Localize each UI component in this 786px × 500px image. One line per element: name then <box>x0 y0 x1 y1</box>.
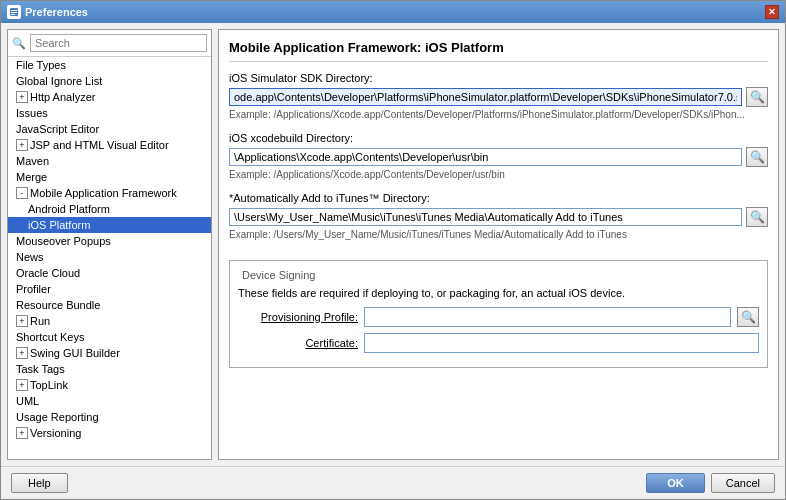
sidebar-item-ios-platform[interactable]: iOS Platform <box>8 217 211 233</box>
title-bar-left: Preferences <box>7 5 88 19</box>
cancel-button[interactable]: Cancel <box>711 473 775 493</box>
panel-title: Mobile Application Framework: iOS Platfo… <box>229 40 768 62</box>
sidebar-item-android-platform[interactable]: Android Platform <box>8 201 211 217</box>
xcodebuild-browse-button[interactable]: 🔍 <box>746 147 768 167</box>
sidebar-item-file-types[interactable]: File Types <box>8 57 211 73</box>
search-box: 🔍 <box>8 30 211 57</box>
sidebar-item-mobile-app-framework[interactable]: Mobile Application Framework <box>8 185 211 201</box>
itunes-browse-button[interactable]: 🔍 <box>746 207 768 227</box>
sdk-dir-example: Example: /Applications/Xcode.app/Content… <box>229 109 768 120</box>
magnifier-icon: 🔍 <box>750 150 765 164</box>
sidebar-item-swing-gui[interactable]: Swing GUI Builder <box>8 345 211 361</box>
xcodebuild-dir-input[interactable] <box>229 148 742 166</box>
expand-icon[interactable] <box>16 187 28 199</box>
preferences-window: Preferences ✕ 🔍 File Types Global Ignore… <box>0 0 786 500</box>
sidebar-item-issues[interactable]: Issues <box>8 105 211 121</box>
magnifier-icon: 🔍 <box>750 210 765 224</box>
provisioning-label: Provisioning Profile: <box>238 311 358 323</box>
right-panel: Mobile Application Framework: iOS Platfo… <box>218 29 779 460</box>
help-button[interactable]: Help <box>11 473 68 493</box>
itunes-dir-group: *Automatically Add to iTunes™ Directory:… <box>229 192 768 244</box>
tree-container: File Types Global Ignore List Http Analy… <box>8 57 211 459</box>
expand-icon[interactable] <box>16 427 28 439</box>
xcodebuild-dir-group: iOS xcodebuild Directory: 🔍 Example: /Ap… <box>229 132 768 184</box>
sdk-dir-group: iOS Simulator SDK Directory: 🔍 Example: … <box>229 72 768 124</box>
sdk-dir-browse-button[interactable]: 🔍 <box>746 87 768 107</box>
expand-icon[interactable] <box>16 379 28 391</box>
left-panel: 🔍 File Types Global Ignore List Http Ana… <box>7 29 212 460</box>
device-signing-desc: These fields are required if deploying t… <box>238 287 759 299</box>
window-title: Preferences <box>25 6 88 18</box>
xcodebuild-dir-label: iOS xcodebuild Directory: <box>229 132 768 144</box>
search-input[interactable] <box>30 34 207 52</box>
provisioning-row: Provisioning Profile: 🔍 <box>238 307 759 327</box>
expand-icon[interactable] <box>16 315 28 327</box>
expand-icon[interactable] <box>16 139 28 151</box>
bottom-bar: Help OK Cancel <box>1 466 785 499</box>
itunes-dir-example: Example: /Users/My_User_Name/Music/iTune… <box>229 229 768 240</box>
title-bar: Preferences ✕ <box>1 1 785 23</box>
magnifier-icon: 🔍 <box>750 90 765 104</box>
sidebar-item-maven[interactable]: Maven <box>8 153 211 169</box>
action-buttons: OK Cancel <box>646 473 775 493</box>
xcodebuild-dir-row: 🔍 <box>229 147 768 167</box>
sidebar-item-shortcut-keys[interactable]: Shortcut Keys <box>8 329 211 345</box>
sidebar-item-profiler[interactable]: Profiler <box>8 281 211 297</box>
sdk-dir-label: iOS Simulator SDK Directory: <box>229 72 768 84</box>
magnifier-icon: 🔍 <box>741 310 756 324</box>
search-icon: 🔍 <box>12 37 26 50</box>
sidebar-item-task-tags[interactable]: Task Tags <box>8 361 211 377</box>
sidebar-item-run[interactable]: Run <box>8 313 211 329</box>
sidebar-item-oracle-cloud[interactable]: Oracle Cloud <box>8 265 211 281</box>
sidebar-item-versioning[interactable]: Versioning <box>8 425 211 441</box>
ok-button[interactable]: OK <box>646 473 705 493</box>
itunes-dir-row: 🔍 <box>229 207 768 227</box>
svg-rect-3 <box>11 14 15 15</box>
provisioning-browse-button[interactable]: 🔍 <box>737 307 759 327</box>
sidebar-item-resource-bundle[interactable]: Resource Bundle <box>8 297 211 313</box>
itunes-dir-input[interactable] <box>229 208 742 226</box>
sidebar-item-usage-reporting[interactable]: Usage Reporting <box>8 409 211 425</box>
svg-rect-2 <box>11 12 17 13</box>
sidebar-item-global-ignore[interactable]: Global Ignore List <box>8 73 211 89</box>
device-signing-section: Device Signing These fields are required… <box>229 260 768 368</box>
certificate-row: Certificate: <box>238 333 759 353</box>
sidebar-item-uml[interactable]: UML <box>8 393 211 409</box>
window-icon <box>7 5 21 19</box>
sidebar-item-merge[interactable]: Merge <box>8 169 211 185</box>
itunes-dir-label: *Automatically Add to iTunes™ Directory: <box>229 192 768 204</box>
sidebar-item-javascript-editor[interactable]: JavaScript Editor <box>8 121 211 137</box>
svg-rect-1 <box>11 10 17 11</box>
sidebar-item-news[interactable]: News <box>8 249 211 265</box>
sdk-dir-input[interactable] <box>229 88 742 106</box>
sidebar-item-jsp-html[interactable]: JSP and HTML Visual Editor <box>8 137 211 153</box>
provisioning-input[interactable] <box>364 307 731 327</box>
expand-icon[interactable] <box>16 347 28 359</box>
sdk-dir-row: 🔍 <box>229 87 768 107</box>
expand-icon[interactable] <box>16 91 28 103</box>
certificate-label: Certificate: <box>238 337 358 349</box>
sidebar-item-toplink[interactable]: TopLink <box>8 377 211 393</box>
certificate-input[interactable] <box>364 333 759 353</box>
device-signing-title: Device Signing <box>238 269 319 281</box>
xcodebuild-dir-example: Example: /Applications/Xcode.app/Content… <box>229 169 768 180</box>
sidebar-item-mouseover-popups[interactable]: Mouseover Popups <box>8 233 211 249</box>
sidebar-item-http-analyzer[interactable]: Http Analyzer <box>8 89 211 105</box>
close-button[interactable]: ✕ <box>765 5 779 19</box>
main-content: 🔍 File Types Global Ignore List Http Ana… <box>1 23 785 466</box>
